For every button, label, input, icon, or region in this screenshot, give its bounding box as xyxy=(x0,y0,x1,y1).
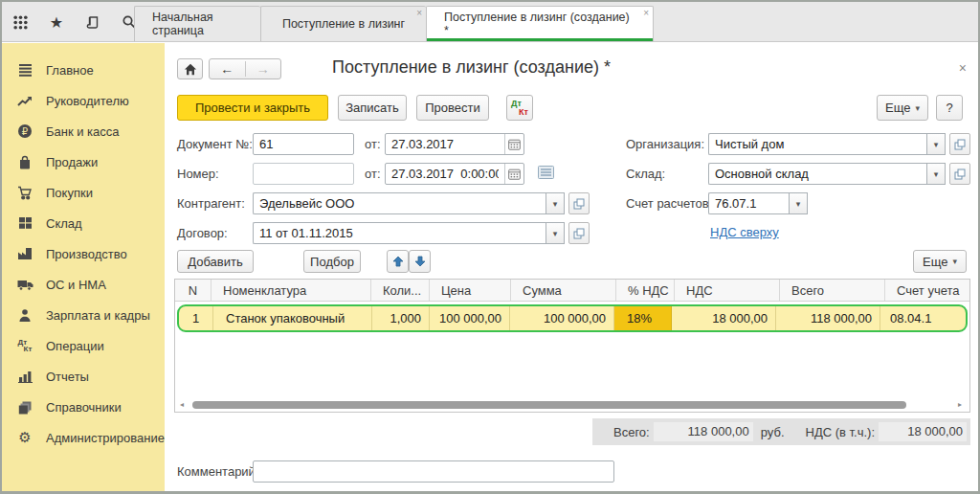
tab-leasing-create[interactable]: Поступление в лизинг (создание) * × xyxy=(426,6,654,41)
counterparty-open-button[interactable] xyxy=(568,192,590,214)
back-button[interactable]: ← xyxy=(210,61,245,77)
chevron-down-icon: ▾ xyxy=(553,229,558,238)
sidebar-item-fixed-assets[interactable]: ОС и НМА xyxy=(2,269,165,300)
settlement-account-input[interactable] xyxy=(708,192,789,214)
row-cell-account[interactable]: 08.04.1 xyxy=(880,306,966,330)
sidebar-item-salary-hr[interactable]: Зарплата и кадры xyxy=(2,300,165,330)
factory-icon xyxy=(16,246,33,261)
sidebar: Главное Руководителю ₽ Банк и касса Прод… xyxy=(2,43,165,491)
sidebar-item-sales[interactable]: Продажи xyxy=(2,146,165,177)
col-header-vat-rate[interactable]: % НДС xyxy=(616,280,675,301)
col-header-account[interactable]: Счет учета xyxy=(885,280,969,301)
sidebar-item-production[interactable]: Производство xyxy=(2,238,165,269)
row-cell-vat[interactable]: 18 000,00 xyxy=(672,306,776,330)
apps-grid-icon[interactable] xyxy=(10,11,31,33)
contract-open-button[interactable] xyxy=(568,222,590,244)
move-down-button[interactable] xyxy=(409,250,431,273)
row-cell-quantity[interactable]: 1,000 xyxy=(372,306,430,330)
date-label: от: xyxy=(365,163,381,185)
date-input[interactable] xyxy=(386,167,504,181)
table-horizontal-scrollbar: ◂ ▸ xyxy=(175,399,969,410)
row-cell-nomenclature[interactable]: Станок упаковочный xyxy=(213,306,372,330)
row-cell-price[interactable]: 100 000,00 xyxy=(430,306,510,330)
scrollbar-thumb[interactable] xyxy=(192,401,906,409)
account-dropdown-button[interactable]: ▾ xyxy=(789,192,808,214)
number-input[interactable] xyxy=(253,163,354,185)
calendar-icon[interactable] xyxy=(504,134,523,154)
scroll-right-icon[interactable]: ▸ xyxy=(953,400,967,409)
more-button[interactable]: Еще▾ xyxy=(877,95,928,121)
counterparty-dropdown-button[interactable]: ▾ xyxy=(546,192,565,214)
col-header-total[interactable]: Всего xyxy=(780,280,885,301)
col-header-n[interactable]: N xyxy=(175,280,212,301)
table-row-selected[interactable]: 1 Станок упаковочный 1,000 100 000,00 10… xyxy=(177,304,968,332)
col-header-vat[interactable]: НДС xyxy=(675,280,780,301)
row-cell-vat-rate[interactable]: 18% xyxy=(614,306,672,330)
items-more-button[interactable]: Еще▾ xyxy=(913,250,967,273)
col-header-amount[interactable]: Сумма xyxy=(511,280,616,301)
calendar-icon[interactable] xyxy=(504,164,523,184)
counterparty-field: ▾ xyxy=(253,192,590,214)
warehouse-open-button[interactable] xyxy=(949,163,970,185)
chevron-down-icon: ▾ xyxy=(796,199,801,209)
col-header-nomenclature[interactable]: Номенклатура xyxy=(212,280,371,301)
dtkt-postings-button[interactable]: Дт Кт xyxy=(506,95,533,121)
tab-close-icon[interactable]: × xyxy=(416,9,422,18)
warehouse-input[interactable] xyxy=(708,163,926,185)
post-and-close-button[interactable]: Провести и закрыть xyxy=(177,95,328,121)
contract-input[interactable] xyxy=(253,222,546,244)
vat-total-value: 18 000,00 xyxy=(879,422,967,441)
row-cell-n[interactable]: 1 xyxy=(179,306,213,330)
tab-close-icon[interactable]: × xyxy=(643,9,649,18)
contract-dropdown-button[interactable]: ▾ xyxy=(546,222,565,244)
doc-date-input[interactable] xyxy=(386,137,504,151)
sidebar-item-bank-cash[interactable]: ₽ Банк и касса xyxy=(2,116,165,146)
chevron-down-icon: ▾ xyxy=(915,103,920,113)
organization-open-button[interactable] xyxy=(949,133,970,155)
row-cell-amount[interactable]: 100 000,00 xyxy=(510,306,614,330)
sidebar-item-administration[interactable]: ⚙ Администрирование xyxy=(2,422,165,453)
tab-home[interactable]: Начальная страница xyxy=(134,6,260,41)
pick-button[interactable]: Подбор xyxy=(303,250,361,273)
organization-dropdown-button[interactable]: ▾ xyxy=(926,133,946,155)
organization-input[interactable] xyxy=(708,133,926,155)
favorites-star-icon[interactable]: ★ xyxy=(46,11,67,33)
tab-label: Поступление в лизинг (создание) * xyxy=(444,11,635,37)
sidebar-item-manager[interactable]: Руководителю xyxy=(2,85,165,116)
scroll-left-icon[interactable]: ◂ xyxy=(175,400,189,409)
chevron-down-icon: ▾ xyxy=(934,169,939,179)
forward-button[interactable]: → xyxy=(245,61,281,77)
add-row-button[interactable]: Добавить xyxy=(177,250,254,273)
form-close-icon[interactable]: × xyxy=(959,60,967,76)
page-title: Поступление в лизинг (создание) * xyxy=(332,57,611,78)
kt-label: Кт xyxy=(511,108,528,117)
tab-leasing-list[interactable]: Поступление в лизинг × xyxy=(260,6,426,41)
col-header-price[interactable]: Цена xyxy=(430,280,511,301)
sidebar-item-references[interactable]: Справочники xyxy=(2,392,165,422)
counterparty-input[interactable] xyxy=(253,192,546,214)
document-list-icon[interactable] xyxy=(538,166,554,179)
contract-label: Договор: xyxy=(177,222,228,244)
sidebar-item-purchases[interactable]: Покупки xyxy=(2,177,165,208)
sidebar-item-main[interactable]: Главное xyxy=(2,55,165,85)
post-button[interactable]: Провести xyxy=(416,95,489,121)
chevron-down-icon: ▾ xyxy=(553,199,558,209)
comment-input[interactable] xyxy=(253,460,614,483)
history-icon[interactable] xyxy=(82,11,103,33)
vat-mode-link[interactable]: НДС сверху xyxy=(710,225,779,239)
doc-no-input[interactable] xyxy=(253,133,354,155)
sidebar-item-reports[interactable]: Отчеты xyxy=(2,361,165,392)
sidebar-item-operations[interactable]: ДтКт Операции xyxy=(2,330,165,361)
sidebar-item-label: ОС и НМА xyxy=(46,278,106,292)
items-table: N Номенклатура Коли... Цена Сумма % НДС … xyxy=(174,279,970,413)
write-button[interactable]: Записать xyxy=(338,95,407,121)
sidebar-item-warehouse[interactable]: Склад xyxy=(2,208,165,238)
row-cell-total[interactable]: 118 000,00 xyxy=(776,306,880,330)
move-up-button[interactable] xyxy=(387,250,409,273)
books-icon xyxy=(16,399,33,415)
warehouse-dropdown-button[interactable]: ▾ xyxy=(926,163,946,185)
cart-icon xyxy=(16,185,33,200)
col-header-quantity[interactable]: Коли... xyxy=(371,280,430,301)
help-button[interactable]: ? xyxy=(936,95,963,121)
home-button[interactable] xyxy=(177,58,203,79)
